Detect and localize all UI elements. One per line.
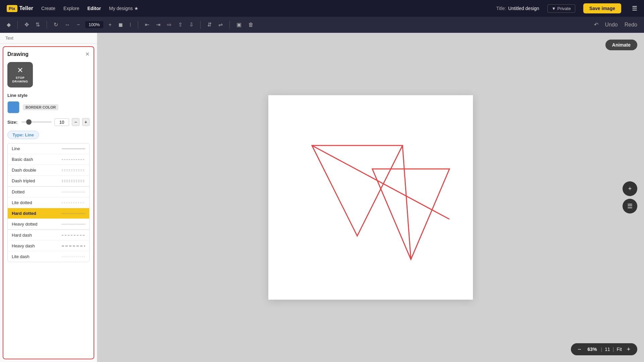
border-color-swatch[interactable]: [7, 101, 19, 113]
top-navbar: Pix Teller Create Explore Editor My desi…: [0, 0, 644, 17]
size-slider[interactable]: [21, 121, 52, 123]
line-preview-basic-dash: [62, 158, 85, 161]
sidebar: Text Drawing ✕ ✕ STOPDRAWING Line style …: [0, 33, 97, 362]
stop-drawing-button[interactable]: ✕ STOPDRAWING: [7, 62, 33, 87]
line-style-list: Line Basic dash Dash double: [7, 143, 90, 262]
line-preview-hard-dash: [62, 234, 85, 237]
flip-h-icon[interactable]: ⇌: [217, 20, 224, 29]
nav-explore[interactable]: Explore: [63, 6, 79, 11]
line-preview-line: [62, 147, 85, 150]
grid-icon[interactable]: ⁝: [128, 20, 132, 29]
title-label: Title:: [496, 6, 506, 11]
add-layer-button[interactable]: +: [623, 181, 637, 196]
zoom-separator-2: |: [613, 347, 614, 352]
private-button[interactable]: ▼ Private: [547, 4, 575, 13]
toolbar-separator: [17, 21, 18, 29]
align-left-icon[interactable]: ⇤: [144, 20, 151, 29]
main-area: Text Drawing ✕ ✕ STOPDRAWING Line style …: [0, 33, 644, 362]
editor-toolbar: ◆ ✥ ⇅ ↻ ↔ − 100% + ◼ ⁝ ⇤ ⇥ ⇨ ⇧ ⇩ ⇵ ⇌ ▣ 🗑…: [0, 17, 644, 33]
line-preview-dash-tripled: [62, 179, 85, 183]
line-style-item-lite-dotted[interactable]: Lite dotted: [8, 197, 89, 208]
border-color-label: BORDER COLOR: [23, 104, 58, 110]
title-value[interactable]: Untitled design: [508, 6, 539, 11]
line-preview-hard-dotted: [62, 212, 85, 215]
size-increase-button[interactable]: +: [82, 118, 90, 126]
drawing-canvas[interactable]: [268, 95, 473, 300]
panel-close-button[interactable]: ✕: [85, 51, 90, 57]
plus-icon[interactable]: +: [107, 20, 113, 29]
line-preview-dotted: [62, 190, 85, 194]
flip-icon[interactable]: ↔: [63, 20, 71, 29]
line-style-item-hard-dotted[interactable]: Hard dotted: [8, 208, 89, 219]
svg-marker-14: [312, 145, 402, 236]
line-preview-lite-dotted: [62, 201, 85, 204]
line-style-item-basic-dash[interactable]: Basic dash: [8, 154, 89, 165]
align-center-icon[interactable]: ⇥: [155, 20, 162, 29]
nav-editor[interactable]: Editor: [88, 6, 101, 11]
copy-icon[interactable]: ▣: [235, 20, 243, 29]
layers-panel-button[interactable]: ☰: [623, 199, 637, 214]
line-style-name-dash-double: Dash double: [12, 168, 36, 173]
line-style-item-heavy-dotted[interactable]: Heavy dotted: [8, 219, 89, 230]
menu-icon[interactable]: ☰: [632, 5, 637, 12]
flip-v-icon[interactable]: ⇵: [206, 20, 213, 29]
toolbar-separator-2: [47, 21, 47, 29]
redo-label[interactable]: Redo: [623, 20, 639, 29]
size-decrease-button[interactable]: −: [72, 118, 79, 126]
line-style-name-heavy-dash: Heavy dash: [12, 243, 35, 248]
zoom-out-button[interactable]: −: [576, 345, 584, 353]
move-icon[interactable]: ✥: [23, 20, 30, 29]
svg-line-16: [312, 145, 449, 219]
title-area: Title: Untitled design: [496, 6, 539, 11]
undo-label[interactable]: Undo: [604, 20, 619, 29]
line-style-name-hard-dotted: Hard dotted: [12, 211, 36, 216]
line-style-item-dotted[interactable]: Dotted: [8, 186, 89, 197]
zoom-in-button[interactable]: +: [625, 345, 633, 353]
logo[interactable]: Pix Teller: [7, 5, 33, 12]
line-style-item-dash-double[interactable]: Dash double: [8, 165, 89, 176]
align-top-icon[interactable]: ⇧: [177, 20, 184, 29]
drawing-panel: Drawing ✕ ✕ STOPDRAWING Line style BORDE…: [3, 46, 94, 359]
line-style-name-dotted: Dotted: [12, 189, 24, 194]
line-style-item-line[interactable]: Line: [8, 143, 89, 154]
stop-drawing-label: STOPDRAWING: [12, 76, 28, 83]
line-style-name-lite-dash: Lite dash: [12, 254, 30, 259]
zoom-percent-display: 100%: [85, 21, 103, 28]
line-style-item-dash-tripled[interactable]: Dash tripled: [8, 176, 89, 186]
minus-icon[interactable]: −: [75, 20, 81, 29]
line-style-name-hard-dash: Hard dash: [12, 233, 32, 238]
size-input[interactable]: 10: [54, 118, 69, 126]
text-tab[interactable]: Text: [0, 33, 97, 44]
align-bottom-icon[interactable]: ⇩: [188, 20, 195, 29]
delete-icon[interactable]: 🗑: [247, 20, 255, 29]
transform-icon[interactable]: ⇅: [34, 20, 41, 29]
border-color-row: BORDER COLOR: [7, 101, 90, 113]
line-style-name-dash-tripled: Dash tripled: [12, 178, 35, 183]
toolbar-separator-4: [200, 21, 201, 29]
line-style-item-lite-dash[interactable]: Lite dash: [8, 251, 89, 262]
fill-icon[interactable]: ◼: [117, 20, 124, 29]
type-badge: Type: Line: [7, 131, 39, 139]
undo-icon[interactable]: ↶: [593, 20, 600, 29]
line-style-name-lite-dotted: Lite dotted: [12, 200, 32, 205]
size-row: Size: 10 − +: [7, 118, 90, 126]
nav-create[interactable]: Create: [41, 6, 55, 11]
line-style-item-heavy-dash[interactable]: Heavy dash: [8, 241, 89, 251]
animate-button[interactable]: Animate: [605, 40, 637, 50]
layers-icon[interactable]: ◆: [5, 20, 12, 29]
save-image-button[interactable]: Save image: [583, 3, 621, 13]
zoom-bar: − 63% | 11 | Fit +: [571, 343, 637, 355]
line-style-item-hard-dash[interactable]: Hard dash: [8, 230, 89, 241]
canvas-area: Animate + ☰ − 63% | 11 | Fit +: [97, 33, 644, 362]
panel-header: Drawing ✕: [7, 51, 90, 57]
logo-box: Pix: [7, 5, 17, 12]
right-actions: + ☰: [623, 181, 637, 214]
line-style-section-label: Line style: [7, 93, 90, 98]
align-right-icon[interactable]: ⇨: [166, 20, 173, 29]
line-preview-lite-dash: [62, 255, 85, 258]
rotate-icon[interactable]: ↻: [52, 20, 59, 29]
zoom-number: 11: [605, 347, 610, 352]
nav-my-designs[interactable]: My designs ★: [109, 6, 139, 11]
size-label: Size:: [7, 120, 17, 125]
zoom-fit-button[interactable]: Fit: [616, 347, 622, 352]
